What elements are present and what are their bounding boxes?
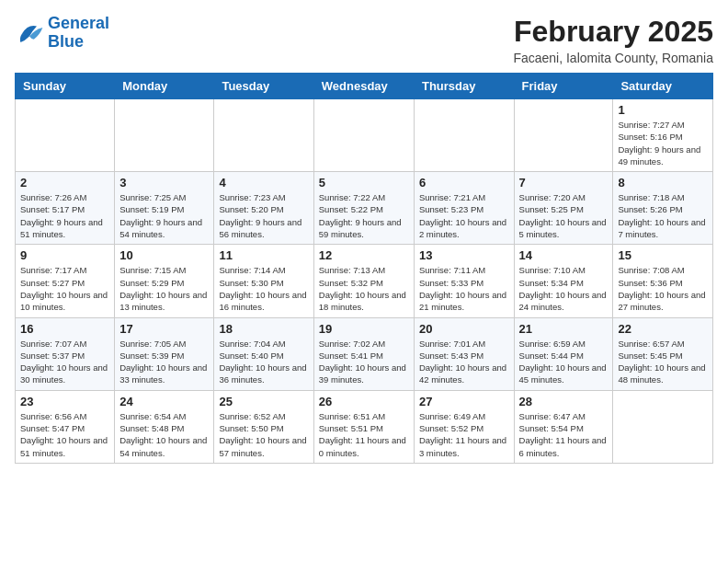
calendar-cell: 20Sunrise: 7:01 AM Sunset: 5:43 PM Dayli… (414, 317, 514, 390)
calendar-week-5: 23Sunrise: 6:56 AM Sunset: 5:47 PM Dayli… (16, 390, 713, 463)
day-info: Sunrise: 7:23 AM Sunset: 5:20 PM Dayligh… (219, 191, 308, 240)
calendar-cell (313, 99, 414, 172)
logo: General Blue (15, 15, 109, 52)
calendar-cell: 9Sunrise: 7:17 AM Sunset: 5:27 PM Daylig… (16, 245, 115, 317)
calendar-cell: 21Sunrise: 6:59 AM Sunset: 5:44 PM Dayli… (514, 317, 613, 390)
calendar-cell: 23Sunrise: 6:56 AM Sunset: 5:47 PM Dayli… (16, 390, 115, 463)
title-block: February 2025 Facaeni, Ialomita County, … (513, 15, 713, 65)
day-number: 24 (119, 395, 209, 408)
calendar-cell: 12Sunrise: 7:13 AM Sunset: 5:32 PM Dayli… (313, 245, 414, 317)
logo-icon (15, 20, 44, 46)
day-number: 25 (219, 395, 308, 408)
calendar-cell (16, 99, 115, 172)
day-info: Sunrise: 7:13 AM Sunset: 5:32 PM Dayligh… (319, 264, 409, 313)
calendar-cell: 1Sunrise: 7:27 AM Sunset: 5:16 PM Daylig… (613, 99, 713, 172)
calendar-cell: 8Sunrise: 7:18 AM Sunset: 5:26 PM Daylig… (613, 172, 713, 245)
day-info: Sunrise: 7:05 AM Sunset: 5:39 PM Dayligh… (119, 338, 209, 386)
calendar-cell: 17Sunrise: 7:05 AM Sunset: 5:39 PM Dayli… (115, 317, 214, 390)
month-title: February 2025 (513, 15, 713, 49)
day-info: Sunrise: 6:57 AM Sunset: 5:45 PM Dayligh… (618, 338, 708, 386)
day-info: Sunrise: 7:21 AM Sunset: 5:23 PM Dayligh… (419, 191, 509, 240)
day-number: 20 (419, 322, 509, 336)
calendar-cell: 26Sunrise: 6:51 AM Sunset: 5:51 PM Dayli… (313, 390, 414, 463)
calendar-cell (613, 390, 713, 463)
day-info: Sunrise: 6:56 AM Sunset: 5:47 PM Dayligh… (20, 410, 109, 459)
calendar-cell: 6Sunrise: 7:21 AM Sunset: 5:23 PM Daylig… (414, 172, 514, 245)
day-info: Sunrise: 7:04 AM Sunset: 5:40 PM Dayligh… (219, 338, 308, 386)
day-number: 8 (618, 176, 708, 190)
calendar-header-row: SundayMondayTuesdayWednesdayThursdayFrid… (16, 74, 713, 99)
day-number: 26 (319, 395, 409, 408)
calendar-cell: 27Sunrise: 6:49 AM Sunset: 5:52 PM Dayli… (414, 390, 514, 463)
day-info: Sunrise: 6:52 AM Sunset: 5:50 PM Dayligh… (219, 410, 308, 459)
day-number: 13 (419, 248, 509, 262)
day-info: Sunrise: 7:07 AM Sunset: 5:37 PM Dayligh… (20, 338, 109, 386)
calendar-week-1: 1Sunrise: 7:27 AM Sunset: 5:16 PM Daylig… (16, 99, 713, 172)
day-info: Sunrise: 7:22 AM Sunset: 5:22 PM Dayligh… (319, 191, 409, 240)
day-info: Sunrise: 7:20 AM Sunset: 5:25 PM Dayligh… (519, 191, 609, 240)
weekday-header-sunday: Sunday (16, 74, 115, 99)
day-number: 10 (119, 248, 209, 262)
day-info: Sunrise: 7:18 AM Sunset: 5:26 PM Dayligh… (618, 191, 708, 240)
day-info: Sunrise: 7:14 AM Sunset: 5:30 PM Dayligh… (219, 264, 308, 313)
calendar-week-4: 16Sunrise: 7:07 AM Sunset: 5:37 PM Dayli… (16, 317, 713, 390)
day-number: 4 (219, 176, 308, 190)
calendar-cell: 25Sunrise: 6:52 AM Sunset: 5:50 PM Dayli… (214, 390, 313, 463)
day-number: 27 (419, 395, 509, 408)
day-number: 12 (319, 248, 409, 262)
day-info: Sunrise: 7:17 AM Sunset: 5:27 PM Dayligh… (20, 264, 109, 313)
day-number: 22 (618, 322, 708, 336)
weekday-header-wednesday: Wednesday (313, 74, 414, 99)
day-number: 5 (319, 176, 409, 190)
calendar-cell: 28Sunrise: 6:47 AM Sunset: 5:54 PM Dayli… (514, 390, 613, 463)
day-number: 9 (20, 248, 109, 262)
day-info: Sunrise: 7:02 AM Sunset: 5:41 PM Dayligh… (319, 338, 409, 386)
day-number: 19 (319, 322, 409, 336)
calendar-cell (115, 99, 214, 172)
day-info: Sunrise: 7:25 AM Sunset: 5:19 PM Dayligh… (119, 191, 209, 240)
day-number: 11 (219, 248, 308, 262)
calendar-cell: 7Sunrise: 7:20 AM Sunset: 5:25 PM Daylig… (514, 172, 613, 245)
calendar-cell: 16Sunrise: 7:07 AM Sunset: 5:37 PM Dayli… (16, 317, 115, 390)
day-info: Sunrise: 6:49 AM Sunset: 5:52 PM Dayligh… (419, 410, 509, 459)
day-number: 18 (219, 322, 308, 336)
day-number: 14 (519, 248, 609, 262)
day-number: 3 (119, 176, 209, 190)
day-number: 23 (20, 395, 109, 408)
calendar-cell: 24Sunrise: 6:54 AM Sunset: 5:48 PM Dayli… (115, 390, 214, 463)
day-number: 28 (519, 395, 609, 408)
calendar-cell: 19Sunrise: 7:02 AM Sunset: 5:41 PM Dayli… (313, 317, 414, 390)
calendar-cell: 2Sunrise: 7:26 AM Sunset: 5:17 PM Daylig… (16, 172, 115, 245)
calendar-cell: 4Sunrise: 7:23 AM Sunset: 5:20 PM Daylig… (214, 172, 313, 245)
calendar-cell: 11Sunrise: 7:14 AM Sunset: 5:30 PM Dayli… (214, 245, 313, 317)
calendar-cell: 10Sunrise: 7:15 AM Sunset: 5:29 PM Dayli… (115, 245, 214, 317)
day-info: Sunrise: 7:11 AM Sunset: 5:33 PM Dayligh… (419, 264, 509, 313)
day-number: 6 (419, 176, 509, 190)
calendar-cell: 5Sunrise: 7:22 AM Sunset: 5:22 PM Daylig… (313, 172, 414, 245)
weekday-header-thursday: Thursday (414, 74, 514, 99)
day-number: 7 (519, 176, 609, 190)
calendar-cell: 15Sunrise: 7:08 AM Sunset: 5:36 PM Dayli… (613, 245, 713, 317)
calendar-cell: 18Sunrise: 7:04 AM Sunset: 5:40 PM Dayli… (214, 317, 313, 390)
day-number: 1 (618, 103, 708, 117)
calendar-table: SundayMondayTuesdayWednesdayThursdayFrid… (15, 73, 713, 464)
day-info: Sunrise: 6:54 AM Sunset: 5:48 PM Dayligh… (119, 410, 209, 459)
calendar-cell: 22Sunrise: 6:57 AM Sunset: 5:45 PM Dayli… (613, 317, 713, 390)
day-info: Sunrise: 6:51 AM Sunset: 5:51 PM Dayligh… (319, 410, 409, 459)
location-title: Facaeni, Ialomita County, Romania (513, 51, 713, 65)
day-number: 2 (20, 176, 109, 190)
day-info: Sunrise: 7:08 AM Sunset: 5:36 PM Dayligh… (618, 264, 708, 313)
calendar-cell (514, 99, 613, 172)
weekday-header-saturday: Saturday (613, 74, 713, 99)
day-number: 17 (119, 322, 209, 336)
day-number: 21 (519, 322, 609, 336)
day-info: Sunrise: 7:01 AM Sunset: 5:43 PM Dayligh… (419, 338, 509, 386)
calendar-cell (214, 99, 313, 172)
day-info: Sunrise: 6:59 AM Sunset: 5:44 PM Dayligh… (519, 338, 609, 386)
logo-text: General Blue (48, 15, 109, 52)
calendar-cell: 3Sunrise: 7:25 AM Sunset: 5:19 PM Daylig… (115, 172, 214, 245)
calendar-week-3: 9Sunrise: 7:17 AM Sunset: 5:27 PM Daylig… (16, 245, 713, 317)
calendar-cell: 14Sunrise: 7:10 AM Sunset: 5:34 PM Dayli… (514, 245, 613, 317)
calendar-cell (414, 99, 514, 172)
day-info: Sunrise: 7:27 AM Sunset: 5:16 PM Dayligh… (618, 119, 708, 167)
